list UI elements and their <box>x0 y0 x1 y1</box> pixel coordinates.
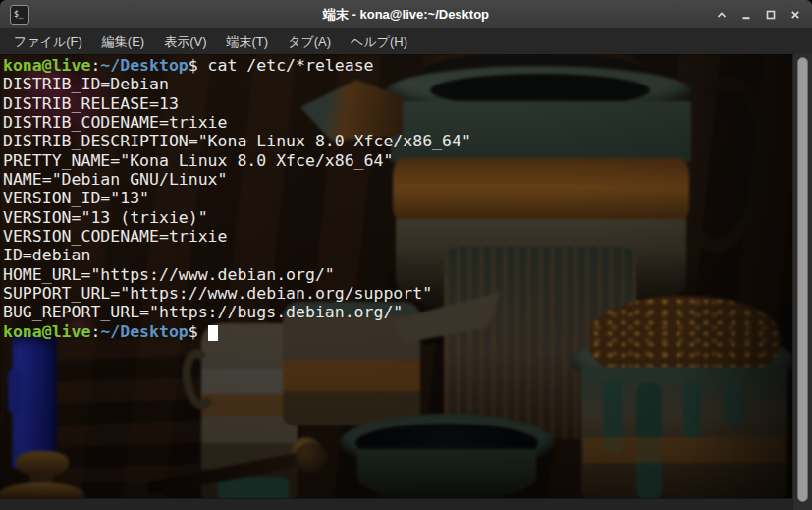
terminal-output: kona@live:~/Desktop$ cat /etc/*releaseDI… <box>3 56 788 341</box>
terminal-text-segment: VERSION_CODENAME=trixie <box>3 227 227 246</box>
terminal-line: DISTRIB_RELEASE=13 <box>3 94 788 113</box>
bg-grinder-ball <box>295 443 328 473</box>
terminal-text-segment: $ cat /etc/*release <box>189 56 374 75</box>
terminal-text-segment: ~/Desktop <box>100 322 188 341</box>
terminal-line: HOME_URL="https://www.debian.org/" <box>3 265 788 284</box>
terminal-line: ID=debian <box>3 246 788 264</box>
menu-edit[interactable]: 編集(E) <box>92 30 154 54</box>
terminal-text-segment: VERSION="13 (trixie)" <box>3 208 208 227</box>
terminal-text-segment: NAME="Debian GNU/Linux" <box>3 170 227 189</box>
terminal-line: kona@live:~/Desktop$ cat /etc/*release <box>3 56 788 75</box>
terminal-text-segment: : <box>90 322 100 341</box>
terminal-window: $_ 端末 - kona@live:~/Desktop ファイル(F) 編集(E… <box>0 0 812 510</box>
menu-help[interactable]: ヘルプ(H) <box>341 30 417 54</box>
scrollbar-thumb[interactable] <box>797 57 808 502</box>
maximize-icon <box>765 9 777 21</box>
terminal-text-segment: DISTRIB_RELEASE=13 <box>3 94 179 113</box>
minimize-button[interactable] <box>737 6 755 24</box>
window-controls <box>713 0 804 29</box>
scrollbar-track[interactable] <box>792 54 812 510</box>
terminal-line: NAME="Debian GNU/Linux" <box>3 170 788 189</box>
chevron-up-icon <box>716 9 728 21</box>
terminal-line: VERSION_ID="13" <box>3 189 788 207</box>
terminal-line: DISTRIB_CODENAME=trixie <box>3 113 788 132</box>
maximize-button[interactable] <box>762 6 780 24</box>
titlebar[interactable]: $_ 端末 - kona@live:~/Desktop <box>0 0 812 29</box>
minimize-icon <box>740 9 752 21</box>
bg-tea-bowl-body <box>357 449 536 500</box>
terminal-text-segment: VERSION_ID="13" <box>3 189 149 207</box>
terminal-line: VERSION="13 (trixie)" <box>3 208 788 227</box>
terminal-text-segment: PRETTY_NAME="Kona Linux 8.0 Xfce/x86_64" <box>3 151 393 170</box>
menu-view[interactable]: 表示(V) <box>154 30 216 54</box>
terminal-bottom-edge <box>0 498 812 510</box>
bg-wood-crate <box>54 339 201 482</box>
terminal-line: BUG_REPORT_URL="https://bugs.debian.org/… <box>3 303 788 321</box>
menu-terminal[interactable]: 端末(T) <box>217 30 279 54</box>
terminal-text-segment: DISTRIB_CODENAME=trixie <box>3 113 227 132</box>
terminal-text-segment: DISTRIB_ID=Debian <box>3 75 169 93</box>
terminal-cursor <box>208 325 218 341</box>
close-icon <box>789 9 801 21</box>
terminal-text-segment: ID=debian <box>3 246 90 264</box>
terminal-line: DISTRIB_DESCRIPTION="Kona Linux 8.0 Xfce… <box>3 132 788 150</box>
window-title: 端末 - kona@live:~/Desktop <box>0 0 812 29</box>
terminal-screen[interactable]: kona@live:~/Desktop$ cat /etc/*releaseDI… <box>0 54 812 510</box>
menu-tabs[interactable]: タブ(A) <box>278 30 341 54</box>
close-button[interactable] <box>786 6 804 24</box>
terminal-text-segment: BUG_REPORT_URL="https://bugs.debian.org/… <box>3 303 403 321</box>
terminal-text-segment: kona@live <box>3 322 90 341</box>
terminal-text-segment: SUPPORT_URL="https://www.debian.org/supp… <box>3 284 432 303</box>
terminal-text-segment: $ <box>189 322 208 341</box>
menu-file[interactable]: ファイル(F) <box>4 30 92 54</box>
terminal-line: SUPPORT_URL="https://www.debian.org/supp… <box>3 284 788 303</box>
terminal-line: kona@live:~/Desktop$ <box>3 322 788 341</box>
bg-candle-wax-drip <box>8 368 22 414</box>
terminal-text-segment: ~/Desktop <box>100 56 188 75</box>
terminal-line: PRETTY_NAME="Kona Linux 8.0 Xfce/x86_64" <box>3 151 788 170</box>
terminal-line: DISTRIB_ID=Debian <box>3 75 788 93</box>
terminal-text-segment: kona@live <box>3 56 90 75</box>
menubar: ファイル(F) 編集(E) 表示(V) 端末(T) タブ(A) ヘルプ(H) <box>0 29 812 54</box>
terminal-text-segment: DISTRIB_DESCRIPTION="Kona Linux 8.0 Xfce… <box>3 132 471 150</box>
shade-button[interactable] <box>713 6 731 24</box>
terminal-text-segment: : <box>90 56 100 75</box>
terminal-text-segment: HOME_URL="https://www.debian.org/" <box>3 265 335 284</box>
terminal-line: VERSION_CODENAME=trixie <box>3 227 788 246</box>
